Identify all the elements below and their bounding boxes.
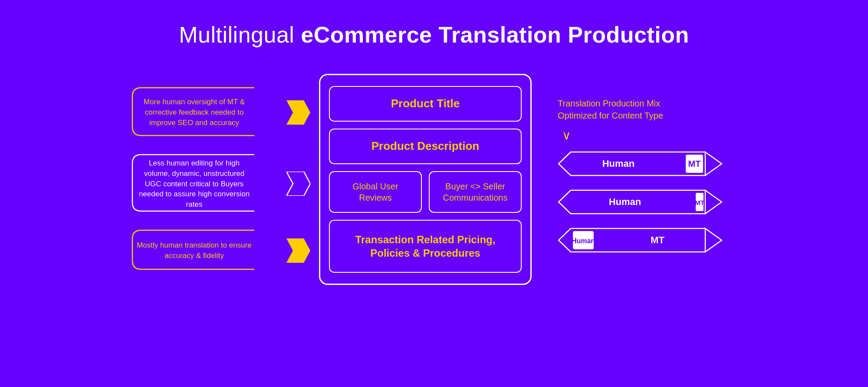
annotation-1-arrow <box>286 100 310 125</box>
bar-3-human-label: Human <box>572 237 595 245</box>
ecommerce-box: Product Title Product Description Global… <box>319 74 532 285</box>
bar-2-container: Human MT <box>558 189 740 215</box>
bar-1-mt-label: MT <box>688 159 701 169</box>
bar-3-container: MT Human <box>558 228 740 253</box>
right-column: Translation Production Mix Optimized for… <box>558 97 740 261</box>
svg-marker-2 <box>286 238 310 263</box>
product-description-box: Product Description <box>329 129 522 164</box>
chevron-down-icon: ∨ <box>562 128 571 142</box>
svg-marker-1 <box>286 172 310 196</box>
bar-1-container: Human MT <box>558 151 740 176</box>
right-title-line1: Translation Production Mix <box>558 99 660 108</box>
center-column: Product Title Product Description Global… <box>319 74 532 285</box>
right-title-line2: Optimized for Content Type <box>558 111 663 120</box>
annotation-3: Mostly human translation to ensure accur… <box>128 228 310 273</box>
annotation-2-text: Less human editing for high volume, dyna… <box>139 159 250 208</box>
buyer-seller-comms-label: Buyer <> Seller Communications <box>443 182 508 202</box>
page-title: Multilingual eCommerce Translation Produ… <box>179 22 689 48</box>
page-container: Multilingual eCommerce Translation Produ… <box>0 0 868 387</box>
annotation-3-text: Mostly human translation to ensure accur… <box>137 241 252 260</box>
bar-2-mt-label: MT <box>695 199 704 206</box>
global-user-reviews-box: Global User Reviews <box>329 171 422 213</box>
annotation-2: Less human editing for high volume, dyna… <box>128 152 310 215</box>
annotation-1: More human oversight of MT & corrective … <box>128 86 310 139</box>
bar-2: Human MT <box>558 189 723 215</box>
right-title: Translation Production Mix Optimized for… <box>558 97 663 122</box>
annotation-3-arrow <box>286 238 310 263</box>
bar-3-svg: MT Human <box>558 228 723 253</box>
bar-1-human-label: Human <box>602 158 635 169</box>
annotation-2-arrow <box>286 172 310 196</box>
left-column: More human oversight of MT & corrective … <box>128 86 310 273</box>
bar-2-svg: Human MT <box>558 189 723 215</box>
bar-2-human-label: Human <box>609 196 641 207</box>
title-normal: Multilingual <box>179 22 301 47</box>
ugc-row: Global User Reviews Buyer <> Seller Comm… <box>329 171 522 213</box>
product-title-label: Product Title <box>391 97 460 110</box>
bar-3: MT Human <box>558 228 723 253</box>
transaction-related-label: Transaction Related Pricing, Policies & … <box>355 234 496 259</box>
transaction-related-box: Transaction Related Pricing, Policies & … <box>329 220 522 273</box>
global-user-reviews-label: Global User Reviews <box>352 182 398 202</box>
annotation-1-text: More human oversight of MT & corrective … <box>144 98 245 127</box>
buyer-seller-comms-box: Buyer <> Seller Communications <box>429 171 522 213</box>
bar-1: Human MT <box>558 151 723 176</box>
product-description-label: Product Description <box>372 139 479 152</box>
title-bold: eCommerce Translation Production <box>301 22 689 47</box>
content-row: More human oversight of MT & corrective … <box>0 74 868 285</box>
product-title-box: Product Title <box>329 86 522 122</box>
bar-3-mt-label: MT <box>651 235 664 245</box>
svg-marker-0 <box>286 100 310 125</box>
bar-1-svg: Human MT <box>558 151 723 176</box>
